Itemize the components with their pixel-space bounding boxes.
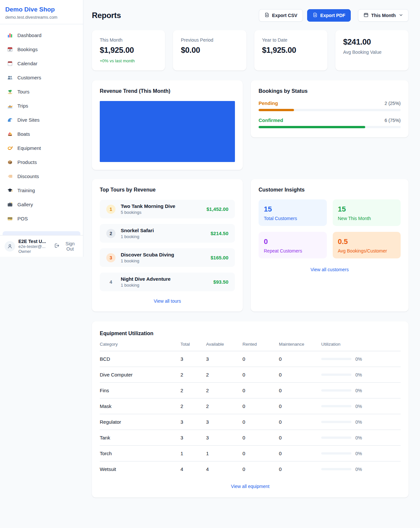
tour-revenue: $214.50 — [211, 231, 228, 236]
insight-label: Avg Bookings/Customer — [338, 248, 396, 254]
cell-maintenance: 0 — [279, 414, 321, 430]
sidebar-item-trips[interactable]: Trips — [3, 99, 80, 113]
sidebar-item-boats[interactable]: Boats — [3, 127, 80, 141]
cell-category: Mask — [100, 398, 180, 414]
page-title: Reports — [92, 11, 121, 20]
status-list: Pending 2 (25%) Confirmed 6 (75%) — [259, 100, 401, 128]
sidebar-item-discounts[interactable]: Discounts — [3, 169, 80, 183]
cell-maintenance: 0 — [279, 461, 321, 476]
cell-maintenance: 0 — [279, 446, 321, 461]
utilization-percent: 0% — [355, 435, 362, 440]
view-all-tours-link[interactable]: View all tours — [100, 298, 235, 304]
sidebar-item-calendar[interactable]: Calendar — [3, 56, 80, 71]
cell-utilization: 0% — [321, 446, 401, 461]
tour-name: Discover Scuba Diving — [121, 252, 174, 257]
sidebar-item-label: Bookings — [17, 46, 38, 53]
tour-name: Two Tank Morning Dive — [121, 203, 175, 209]
period-dropdown[interactable]: This Month — [358, 9, 409, 22]
table-row: Mask 2 2 0 0 0% — [100, 398, 401, 414]
tour-bookings: 5 bookings — [121, 210, 175, 215]
sidebar-item-products[interactable]: Products — [3, 155, 80, 169]
stat-delta: +0% vs last month — [100, 58, 157, 63]
utilization-bar — [321, 468, 351, 470]
insight-value: 15 — [338, 205, 396, 213]
cell-rented: 0 — [242, 414, 279, 430]
insight-value: 0 — [264, 237, 322, 246]
sign-out-button[interactable]: Sign Out — [54, 241, 78, 252]
insight-tile: 15 New This Month — [333, 199, 401, 226]
cell-category: Torch — [100, 446, 180, 461]
bookings-icon: 17 — [7, 47, 13, 52]
insight-value: 15 — [264, 205, 322, 213]
sidebar-item-equipment[interactable]: Equipment — [3, 141, 80, 155]
column-header-total: Total — [180, 342, 206, 351]
tours-icon — [7, 89, 13, 95]
sidebar-item-dive-sites[interactable]: Dive Sites — [3, 113, 80, 127]
charts-row: Revenue Trend (This Month) Bookings by S… — [92, 80, 409, 170]
cell-rented: 0 — [242, 430, 279, 446]
utilization-percent: 0% — [355, 356, 362, 362]
sidebar-item-label: Dashboard — [17, 31, 41, 39]
user-email: e2e-tester@... — [18, 244, 51, 249]
app-subdomain: demo.test.divestreams.com — [5, 15, 78, 20]
view-all-customers-link[interactable]: View all customers — [259, 267, 401, 272]
export-csv-label: Export CSV — [272, 13, 297, 18]
sidebar-item-reports-partial[interactable] — [3, 231, 80, 235]
sidebar-item-dashboard[interactable]: Dashboard — [3, 28, 80, 42]
status-label: Pending — [259, 100, 278, 106]
export-csv-button[interactable]: Export CSV — [259, 9, 303, 22]
stat-value: $1,925.00 — [100, 46, 157, 55]
cell-total: 4 — [180, 461, 206, 476]
insight-label: New This Month — [338, 216, 396, 221]
utilization-bar — [321, 358, 351, 360]
sidebar-item-tours[interactable]: Tours — [3, 85, 80, 99]
utilization-percent: 0% — [355, 467, 362, 472]
view-all-equipment-link[interactable]: View all equipment — [100, 484, 401, 489]
cell-maintenance: 0 — [279, 430, 321, 446]
cell-maintenance: 0 — [279, 398, 321, 414]
cell-total: 3 — [180, 414, 206, 430]
insight-tiles: 15 Total Customers 15 New This Month 0 R… — [259, 199, 401, 258]
table-row: Torch 1 1 0 0 0% — [100, 446, 401, 461]
sidebar-item-label: Gallery — [17, 201, 33, 208]
insight-tile: 0.5 Avg Bookings/Customer — [333, 232, 401, 258]
status-label: Confirmed — [259, 117, 283, 123]
cell-utilization: 0% — [321, 367, 401, 383]
insight-value: 0.5 — [338, 237, 396, 246]
stat-card-avg-booking-value: $241.00 Avg Booking Value — [335, 30, 409, 71]
cell-category: Dive Computer — [100, 367, 180, 383]
sidebar-item-label: Equipment — [17, 144, 41, 152]
insight-tile: 0 Repeat Customers — [259, 232, 327, 258]
dashboard-icon — [7, 32, 13, 38]
utilization-bar — [321, 421, 351, 423]
customer-insights-card: Customer Insights 15 Total Customers 15 … — [251, 179, 409, 312]
sidebar-item-training[interactable]: Training — [3, 183, 80, 197]
equipment-utilization-card: Equipment Utilization Category Total Ava… — [92, 321, 409, 498]
insights-row: Top Tours by Revenue 1 Two Tank Morning … — [92, 179, 409, 312]
cell-total: 2 — [180, 367, 206, 383]
rank-badge: 1 — [106, 205, 116, 214]
revenue-trend-chart — [100, 101, 235, 162]
table-row: Dive Computer 2 2 0 0 0% — [100, 367, 401, 383]
sidebar-item-gallery[interactable]: Gallery — [3, 197, 80, 212]
cell-available: 2 — [206, 383, 242, 398]
discounts-icon — [7, 173, 13, 179]
app-logo[interactable]: Demo Dive Shop — [5, 6, 78, 13]
user-role: Owner — [18, 249, 51, 254]
tour-row: 3 Discover Scuba Diving 1 booking $165.0… — [100, 248, 235, 267]
stat-value: $0.00 — [181, 46, 238, 55]
user-info: E2E Test U... e2e-tester@... Owner — [18, 239, 51, 254]
sidebar-item-bookings[interactable]: 17 Bookings — [3, 42, 80, 56]
export-pdf-button[interactable]: Export PDF — [307, 9, 351, 22]
cell-rented: 0 — [242, 351, 279, 367]
column-header-maintenance: Maintenance — [279, 342, 321, 351]
sidebar-item-customers[interactable]: Customers — [3, 71, 80, 85]
sidebar-item-pos[interactable]: POS — [3, 212, 80, 226]
header-actions: Export CSV Export PDF Th — [259, 9, 409, 22]
cell-available: 3 — [206, 414, 242, 430]
cell-available: 4 — [206, 461, 242, 476]
cell-available: 3 — [206, 351, 242, 367]
table-row: Wetsuit 4 4 0 0 0% — [100, 461, 401, 476]
sidebar: Demo Dive Shop demo.test.divestreams.com… — [0, 0, 83, 257]
export-pdf-label: Export PDF — [320, 13, 345, 18]
